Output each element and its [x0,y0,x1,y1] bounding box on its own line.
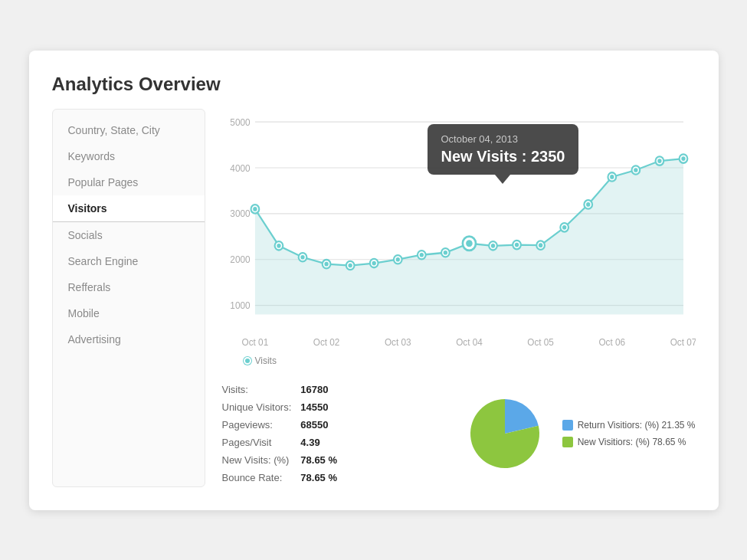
svg-point-56 [466,240,473,247]
legend-dot-visits [244,357,251,365]
sidebar-item-socials[interactable]: Socials [53,222,205,248]
sidebar-item-popular-pages[interactable]: Popular Pages [53,169,205,195]
pie-legend-color [562,420,573,431]
pie-legend-color [562,437,573,447]
stats-table: Visits:16780Unique Visitors:14550Pagevie… [221,380,339,487]
svg-text:Oct 05: Oct 05 [527,336,554,347]
stats-value: 16780 [300,382,337,398]
stats-value: 78.65 % [300,470,337,486]
pie-legend-item: New Visitiors: (%) 78.65 % [562,437,696,447]
sidebar-item-advertising[interactable]: Advertising [53,326,205,352]
svg-text:5000: 5000 [230,116,250,127]
svg-point-24 [324,261,328,266]
svg-point-42 [538,243,542,247]
main-area: 10002000300040005000Oct 01Oct 02Oct 03Oc… [205,109,696,487]
svg-point-54 [681,156,685,161]
stats-label: Unique Visitors: [222,399,300,415]
svg-point-28 [372,260,375,265]
svg-point-46 [586,202,590,207]
svg-point-30 [395,257,399,261]
page-title: Analytics Overview [52,74,696,95]
svg-point-18 [253,207,257,211]
stats-label: Pageviews: [222,417,300,433]
svg-point-44 [562,224,565,229]
svg-text:Oct 01: Oct 01 [241,336,268,347]
svg-point-34 [443,250,447,254]
pie-chart [463,391,547,476]
svg-text:1000: 1000 [230,300,250,310]
pie-legend-item: Return Visitiors: (%) 21.35 % [562,420,696,431]
stats-value: 78.65 % [300,452,337,468]
content-row: Country, State, CityKeywordsPopular Page… [52,109,696,487]
stats-section: Visits:16780Unique Visitors:14550Pagevie… [221,380,447,487]
stats-row-item: Bounce Rate:78.65 % [222,470,338,486]
stats-value: 68550 [300,417,337,433]
stats-row-item: New Visits: (%)78.65 % [222,452,338,468]
pie-container: Return Visitiors: (%) 21.35 %New Visitio… [463,380,696,487]
sidebar-item-country--state--city[interactable]: Country, State, City [53,117,205,143]
svg-point-26 [348,263,352,267]
stats-row-item: Visits:16780 [222,382,338,398]
svg-text:Oct 02: Oct 02 [313,336,339,347]
sidebar-item-refferals[interactable]: Refferals [53,274,205,300]
stats-label: Bounce Rate: [222,470,300,486]
svg-point-52 [657,159,661,163]
sidebar-item-mobile[interactable]: Mobile [53,300,205,326]
legend-label-visits: Visits [255,355,277,366]
svg-text:3000: 3000 [230,208,250,219]
svg-text:2000: 2000 [230,254,250,264]
sidebar-item-search-engine[interactable]: Search Engine [53,248,205,274]
chart-container: 10002000300040005000Oct 01Oct 02Oct 03Oc… [221,109,696,354]
svg-text:Oct 06: Oct 06 [598,336,625,347]
pie-legend: Return Visitiors: (%) 21.35 %New Visitio… [562,420,696,447]
chart-legend: Visits [244,355,696,366]
stats-label: Visits: [222,382,300,398]
pie-legend-label: New Visitiors: (%) 78.65 % [578,437,686,447]
sidebar: Country, State, CityKeywordsPopular Page… [52,109,205,487]
stats-row-item: Unique Visitors:14550 [222,399,338,415]
stats-row-item: Pageviews:68550 [222,417,338,433]
sidebar-item-visitors[interactable]: Visitors [53,195,205,222]
sidebar-item-keywords[interactable]: Keywords [53,143,205,169]
svg-point-22 [300,254,304,259]
svg-point-40 [514,242,518,247]
svg-text:Oct 07: Oct 07 [670,336,695,347]
svg-text:4000: 4000 [230,162,250,173]
svg-point-32 [419,252,423,257]
legend-visits: Visits [244,355,277,366]
svg-text:Oct 03: Oct 03 [384,336,411,347]
stats-label: New Visits: (%) [222,452,300,468]
line-chart: 10002000300040005000Oct 01Oct 02Oct 03Oc… [221,109,696,354]
stats-label: Pages/Visit [222,434,300,450]
svg-point-48 [610,175,614,179]
svg-text:Oct 04: Oct 04 [456,336,483,347]
pie-legend-label: Return Visitiors: (%) 21.35 % [578,420,696,431]
stats-value: 14550 [300,399,337,415]
stats-row-item: Pages/Visit4.39 [222,434,338,450]
svg-point-38 [490,243,494,247]
stats-value: 4.39 [300,434,337,450]
svg-point-20 [277,243,280,247]
stats-row: Visits:16780Unique Visitors:14550Pagevie… [221,380,696,487]
analytics-card: Analytics Overview Country, State, CityK… [29,51,719,510]
svg-point-50 [634,168,637,172]
